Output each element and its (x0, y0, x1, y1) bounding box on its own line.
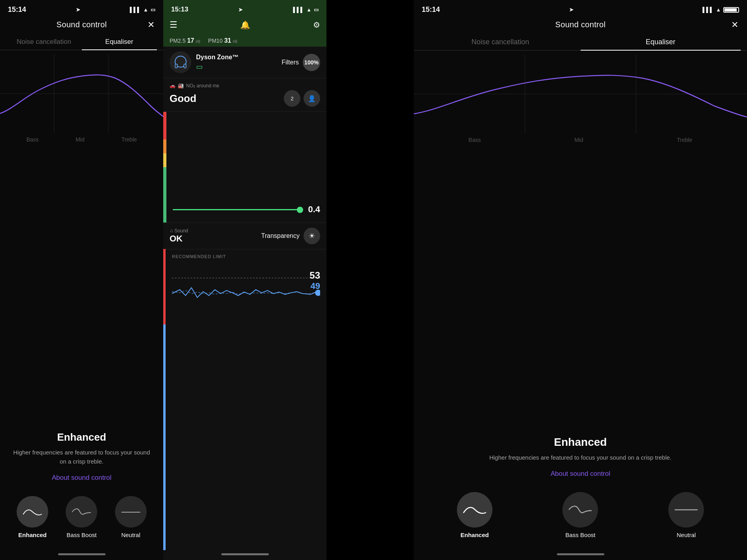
gear-icon[interactable]: ⚙ (313, 20, 320, 30)
center-time: 15:13 (171, 6, 188, 13)
center-home-indicator (221, 553, 269, 555)
sound-val-49: 49 (309, 281, 320, 291)
sun-icon: ☀ (309, 232, 315, 240)
tab-noise-cancellation-right[interactable]: Noise cancellation (420, 34, 581, 50)
slider-track[interactable] (173, 209, 303, 210)
preset-label-enhanced-left: Enhanced (18, 532, 47, 538)
tab-noise-cancellation-left[interactable]: Noise cancellation (6, 34, 82, 50)
pm10-item: PM10 31 µg (208, 37, 238, 44)
left-time: 15:14 (8, 6, 26, 14)
sound-info: ♫ Sound OK (170, 228, 188, 244)
transparency-section: Transparency ☀ (261, 228, 320, 244)
right-panel: 15:14 ➤ ▌▌▌ ▲ Sound control ✕ Noise canc… (414, 0, 747, 560)
preset-label-bassboost-right: Bass Boost (566, 532, 596, 538)
battery-icon: ▭ (151, 7, 155, 13)
slider-section: 0.4 (163, 112, 326, 222)
right-wifi-icon: ▲ (716, 7, 721, 13)
sound-row: ♫ Sound OK Transparency ☀ (163, 222, 326, 249)
vb-red (163, 112, 166, 140)
left-eq-svg (0, 54, 163, 133)
vb-yellow (163, 153, 166, 167)
people-icon-btn[interactable]: 2 (284, 90, 300, 107)
air-quality-value: Good (170, 92, 196, 105)
preset-btn-enhanced-right[interactable]: Enhanced (457, 492, 492, 538)
people-count: 2 (290, 96, 293, 102)
tab-equaliser-right[interactable]: Equaliser (581, 34, 741, 50)
signal-icon: ▌▌▌ (130, 7, 141, 13)
transparency-icon-btn[interactable]: ☀ (304, 228, 320, 244)
right-close-icon: ✕ (731, 20, 738, 30)
headphone-icon (173, 55, 189, 70)
music-icon: ♫ (170, 228, 174, 234)
left-preset-buttons: Enhanced Bass Boost Neutral (0, 490, 163, 550)
left-about-link[interactable]: About sound control (12, 474, 151, 482)
preset-label-bassboost-left: Bass Boost (67, 532, 97, 538)
center-signal-icon: ▌▌▌ (293, 7, 304, 13)
left-panel: 15:14 ➤ ▌▌▌ ▲ ▭ Sound control ✕ Noise ca… (0, 0, 163, 560)
pm10-unit: µg (233, 39, 237, 43)
device-battery: ▭ (196, 62, 281, 71)
right-preset-info: Enhanced Higher frequencies are featured… (414, 428, 747, 486)
filters-pct: 100% (303, 54, 320, 71)
right-eq-graph (414, 55, 747, 134)
right-preset-buttons: Enhanced Bass Boost Neutral (414, 486, 747, 550)
preset-circle-neutral-left (115, 496, 147, 528)
center-status-bar: 15:13 ➤ ▌▌▌ ▲ ▭ (163, 0, 326, 17)
center-location-icon: ➤ (238, 7, 243, 13)
right-about-link[interactable]: About sound control (426, 470, 735, 478)
center-battery-icon: ▭ (314, 7, 319, 13)
bassboost-wave-icon-left (72, 507, 91, 517)
aq-action-icons: 2 👤 (284, 90, 320, 107)
bell-icon[interactable]: 🔔 (240, 20, 250, 30)
left-eq-graph-container: Bass Mid Treble (0, 50, 163, 423)
right-battery-icon (723, 7, 739, 13)
preset-circle-bassboost-left (66, 496, 97, 528)
rec-limit-label: RECOMMENDED LIMIT (172, 254, 320, 259)
center-header: ☰ 🔔 ⚙ (163, 17, 326, 35)
right-time: 15:14 (422, 6, 440, 14)
preset-btn-bassboost-right[interactable]: Bass Boost (562, 492, 598, 538)
right-title: Sound control (555, 20, 606, 29)
sound-value: OK (170, 234, 188, 244)
left-eq-labels: Bass Mid Treble (0, 133, 163, 146)
filters-label[interactable]: Filters (281, 59, 299, 66)
right-home-indicator (557, 553, 604, 555)
sound-chart: 53 49 (172, 262, 320, 317)
right-preset-desc: Higher frequencies are featured to focus… (426, 453, 735, 462)
air-quality-row: 🚗 🏭 NO₂ around me Good 2 👤 (163, 78, 326, 112)
preset-circle-enhanced-right (457, 492, 492, 528)
preset-btn-neutral-left[interactable]: Neutral (115, 496, 147, 538)
enhanced-wave-icon-right (463, 504, 487, 516)
center-status-icons: ▌▌▌ ▲ ▭ (293, 7, 319, 13)
device-avatar (170, 51, 191, 73)
preset-label-neutral-left: Neutral (121, 532, 140, 538)
neutral-wave-icon-left (121, 507, 141, 517)
tab-equaliser-left[interactable]: Equaliser (82, 34, 157, 50)
preset-btn-bassboost-left[interactable]: Bass Boost (66, 496, 97, 538)
right-eq-graph-container: Bass Mid Treble (414, 51, 747, 428)
left-close-button[interactable]: ✕ (145, 19, 157, 31)
air-quality-label: 🚗 🏭 NO₂ around me (170, 83, 320, 89)
left-tabs: Noise cancellation Equaliser (0, 34, 163, 50)
vb-orange (163, 140, 166, 153)
enhanced-wave-icon-left (23, 507, 42, 517)
left-home-indicator (58, 553, 106, 555)
svg-point-6 (178, 58, 183, 63)
neutral-wave-icon-right (674, 504, 698, 516)
device-row: Dyson Zone™ ▭ Filters 100% (163, 47, 326, 78)
right-location-icon: ➤ (569, 7, 573, 13)
svg-rect-4 (175, 64, 177, 68)
right-close-button[interactable]: ✕ (729, 19, 741, 31)
slider-value: 0.4 (308, 204, 320, 215)
slider-row[interactable]: 0.4 (173, 204, 320, 215)
device-name: Dyson Zone™ (196, 54, 281, 61)
transparency-label: Transparency (261, 232, 300, 239)
left-location-icon: ➤ (76, 7, 80, 13)
preset-btn-enhanced-left[interactable]: Enhanced (17, 496, 48, 538)
right-eq-labels: Bass Mid Treble (414, 134, 747, 146)
preset-btn-neutral-right[interactable]: Neutral (668, 492, 704, 538)
hamburger-icon[interactable]: ☰ (170, 20, 177, 30)
pm-row: PM2.5 17 µg PM10 31 µg (163, 35, 326, 47)
pm25-unit: µg (196, 39, 200, 43)
person-btn[interactable]: 👤 (304, 90, 320, 107)
